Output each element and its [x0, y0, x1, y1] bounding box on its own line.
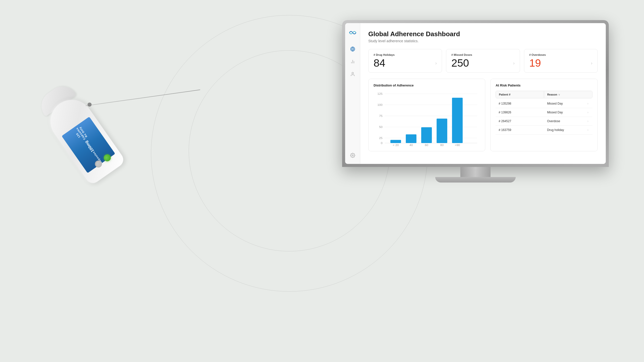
risk-row[interactable]: # 163759 Drug holiday › — [496, 126, 592, 134]
svg-text:>90: >90 — [455, 144, 460, 147]
monitor: Global Adherence Dashboard Study level a… — [342, 20, 609, 183]
risk-reason-2: Missed Day › — [544, 111, 592, 114]
risk-panel-title: At Risk Patients — [496, 83, 592, 87]
svg-text:125: 125 — [377, 92, 382, 95]
risk-chevron-3: › — [587, 119, 588, 123]
svg-text:75: 75 — [379, 114, 383, 117]
stat-label-missed-doses: # Missed Doses — [451, 53, 514, 56]
svg-text:80: 80 — [440, 144, 444, 147]
sort-icon: ∨ — [558, 93, 560, 96]
page-title: Global Adherence Dashboard — [368, 30, 598, 38]
stat-label-drug-holidays: # Drug Holidays — [374, 53, 437, 56]
stat-card-overdoses[interactable]: # Overdoses 19 › — [524, 49, 598, 73]
chart-title: Distribution of Adherence — [374, 83, 480, 87]
main-content: Global Adherence Dashboard Study level a… — [360, 23, 606, 164]
bottom-section: Distribution of Adherence 125 — [368, 79, 598, 151]
svg-text:40: 40 — [409, 144, 413, 147]
risk-reason-4: Drug holiday › — [544, 128, 592, 132]
svg-rect-25 — [437, 119, 447, 143]
risk-header-reason: Reason ∨ — [544, 91, 592, 98]
risk-table-header: Patient # Reason ∨ — [496, 91, 592, 98]
risk-chevron-4: › — [587, 128, 588, 132]
svg-rect-21 — [406, 134, 416, 143]
sidebar-icon-globe[interactable] — [350, 46, 355, 52]
sidebar-icon-user[interactable] — [350, 71, 355, 77]
bottle-hole-1 — [93, 159, 103, 169]
risk-chevron-1: › — [587, 102, 588, 105]
risk-row[interactable]: # 264527 Overdose › — [496, 117, 592, 126]
monitor-stand — [342, 167, 609, 183]
stat-chevron-missed-doses: › — [513, 61, 515, 66]
chart-panel: Distribution of Adherence 125 — [368, 79, 485, 151]
bottle-sensor — [102, 153, 112, 163]
svg-text:50: 50 — [379, 125, 383, 128]
stat-label-overdoses: # Overdoses — [529, 53, 592, 56]
sidebar — [345, 23, 360, 164]
risk-patient-3: # 264527 — [496, 119, 544, 123]
chart-area: 125 100 75 50 25 0 — [374, 91, 480, 147]
risk-patient-4: # 163759 — [496, 128, 544, 132]
risk-chevron-2: › — [587, 111, 588, 114]
svg-text:0: 0 — [381, 142, 383, 145]
stat-value-missed-doses: 250 — [451, 58, 469, 68]
monitor-screen-inner: Global Adherence Dashboard Study level a… — [345, 23, 606, 164]
stand-neck — [460, 167, 491, 177]
svg-point-5 — [352, 72, 353, 74]
stat-cards: # Drug Holidays 84 › # Missed Doses 250 … — [368, 49, 598, 73]
sidebar-icon-settings[interactable] — [350, 153, 355, 159]
sidebar-icon-chart[interactable] — [350, 59, 355, 64]
svg-text:25: 25 — [379, 137, 383, 140]
stat-chevron-overdoses: › — [591, 61, 592, 66]
page-subtitle: Study level adherence statistics. — [368, 39, 598, 43]
stat-card-drug-holidays[interactable]: # Drug Holidays 84 › — [368, 49, 442, 73]
risk-row[interactable]: # 139826 Missed Day › — [496, 108, 592, 117]
svg-rect-27 — [452, 98, 463, 143]
svg-text:100: 100 — [377, 103, 383, 106]
stat-value-overdoses: 19 — [529, 58, 541, 68]
risk-panel: At Risk Patients Patient # Reason ∨ — [490, 79, 598, 151]
risk-row[interactable]: # 135298 Missed Day › — [496, 99, 592, 108]
monitor-screen-outer: Global Adherence Dashboard Study level a… — [342, 20, 609, 167]
stat-card-missed-doses[interactable]: # Missed Doses 250 › — [446, 49, 520, 73]
svg-point-6 — [352, 155, 353, 156]
svg-text:60: 60 — [425, 144, 428, 147]
risk-reason-1: Missed Day › — [544, 102, 592, 105]
risk-patient-2: # 139826 — [496, 111, 544, 114]
risk-header-patient: Patient # — [496, 91, 544, 98]
stat-value-drug-holidays: 84 — [374, 58, 385, 68]
pill-bottle: 120 Capsules Rx Only 100mg Capsules — [0, 54, 174, 228]
svg-rect-19 — [390, 140, 401, 143]
stat-chevron-drug-holidays: › — [435, 61, 437, 66]
risk-reason-3: Overdose › — [544, 119, 592, 123]
risk-patient-1: # 135298 — [496, 102, 544, 105]
stand-base — [435, 177, 516, 183]
svg-text:< 20: < 20 — [393, 144, 399, 147]
app-logo[interactable] — [348, 28, 357, 37]
svg-rect-23 — [421, 127, 432, 143]
